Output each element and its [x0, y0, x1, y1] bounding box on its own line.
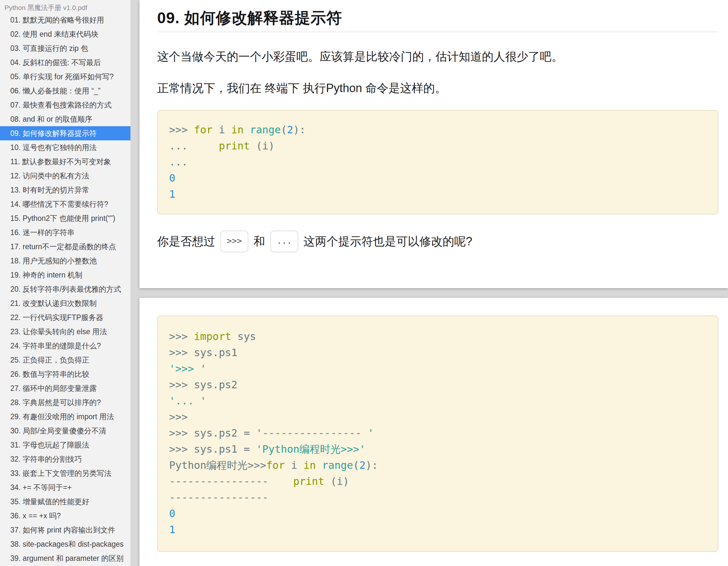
question-text-after: 这两个提示符也是可以修改的呢?: [303, 233, 472, 250]
code-line: '... ': [169, 393, 708, 409]
document-page-2: >>> import sys>>> sys.ps1'>>> '>>> sys.p…: [139, 298, 728, 566]
sidebar-item[interactable]: 16. 迷一样的字符串: [0, 226, 130, 240]
question-text-before: 你是否想过: [157, 233, 215, 250]
code-line: 1: [169, 186, 708, 202]
toc-list: 01. 默默无闻的省略号很好用02. 使用 end 来结束代码块03. 可直接运…: [0, 13, 130, 565]
code-line: Python编程时光>>>for i in range(2):: [169, 457, 708, 473]
sidebar-item[interactable]: 33. 嵌套上下文管理的另类写法: [0, 466, 130, 480]
sidebar-item[interactable]: 19. 神奇的 intern 机制: [0, 268, 130, 282]
sidebar-item[interactable]: 07. 最快查看包搜索路径的方式: [0, 98, 130, 112]
sidebar-item[interactable]: 32. 字符串的分割技巧: [0, 452, 130, 466]
sidebar-item[interactable]: 14. 哪些情况下不需要续行符?: [0, 197, 130, 211]
sidebar-item[interactable]: 15. Python2下 也能使用 print(“”): [0, 211, 130, 226]
code-line: ---------------- print (i): [169, 473, 708, 489]
code-line: ...: [169, 154, 708, 170]
sidebar-item[interactable]: 17. return不一定都是函数的终点: [0, 240, 130, 254]
inline-code-chip-ps1: >>>: [220, 231, 248, 253]
sidebar-item[interactable]: 37. 如何将 print 内容输出到文件: [0, 523, 130, 537]
sidebar-document-title: Python 黑魔法手册 v1.0.pdf: [0, 0, 130, 12]
sidebar-item[interactable]: 03. 可直接运行的 zip 包: [0, 41, 130, 55]
sidebar-item[interactable]: 05. 单行实现 for 死循环如何写?: [0, 70, 130, 84]
sidebar-item[interactable]: 02. 使用 end 来结束代码块: [0, 27, 130, 41]
code-block-modify-prompt: >>> import sys>>> sys.ps1'>>> '>>> sys.p…: [157, 315, 718, 552]
sidebar-item-selected[interactable]: 09. 如何修改解释器提示符: [0, 126, 130, 140]
question-text-middle: 和: [254, 233, 265, 250]
code-line: 1: [169, 522, 708, 538]
sidebar-item[interactable]: 22. 一行代码实现FTP服务器: [0, 310, 130, 324]
sidebar-item[interactable]: 38. site-packages和 dist-packages: [0, 537, 130, 551]
sidebar-item[interactable]: 36. x == +x 吗?: [0, 509, 130, 523]
code-line: >>> sys.ps1 = 'Python编程时光>>>': [169, 441, 708, 457]
sidebar-item[interactable]: 29. 有趣但没啥用的 import 用法: [0, 409, 130, 424]
sidebar-item[interactable]: 23. 让你晕头转向的 else 用法: [0, 324, 130, 339]
sidebar-item[interactable]: 39. argument 和 parameter 的区别: [0, 551, 130, 565]
sidebar-item[interactable]: 04. 反斜杠的倔强: 不写最后: [0, 55, 130, 70]
code-line: 0: [169, 170, 708, 186]
page-title: 09. 如何修改解释器提示符: [157, 0, 718, 32]
sidebar-item[interactable]: 20. 反转字符串/列表最优雅的方式: [0, 282, 130, 296]
code-line: >>> for i in range(2):: [169, 122, 708, 138]
sidebar-item[interactable]: 30. 局部/全局变量傻傻分不清: [0, 424, 130, 438]
code-block-repl-example: >>> for i in range(2):... print (i)...01: [157, 110, 718, 215]
code-line: ----------------: [169, 489, 708, 505]
sidebar-item[interactable]: 06. 懒人必备技能：使用 “_”: [0, 84, 130, 98]
sidebar-item[interactable]: 08. and 和 or 的取值顺序: [0, 112, 130, 126]
code-line: '>>> ': [169, 360, 708, 377]
document-page-1: 09. 如何修改解释器提示符 这个当做今天的一个小彩蛋吧。应该算是比较冷门的，估…: [139, 0, 728, 288]
sidebar-item[interactable]: 28. 字典居然是可以排序的?: [0, 395, 130, 409]
code-line: >>> sys.ps2: [169, 377, 708, 393]
sidebar-item[interactable]: 25. 正负得正，负负得正: [0, 353, 130, 367]
sidebar-item[interactable]: 18. 用户无感知的小整数池: [0, 254, 130, 268]
sidebar-item[interactable]: 12. 访问类中的私有方法: [0, 169, 130, 183]
paragraph-question: 你是否想过 >>> 和 ... 这两个提示符也是可以修改的呢?: [157, 231, 718, 253]
sidebar-item[interactable]: 24. 字符串里的缝隙是什么?: [0, 339, 130, 353]
code-line: >>> sys.ps1: [169, 344, 708, 360]
sidebar-item[interactable]: 10. 逗号也有它独特的用法: [0, 140, 130, 155]
sidebar-item[interactable]: 26. 数值与字符串的比较: [0, 367, 130, 381]
code-line: ... print (i): [169, 138, 708, 154]
code-line: 0: [169, 505, 708, 522]
sidebar-item[interactable]: 35. 增量赋值的性能更好: [0, 494, 130, 509]
sidebar-item[interactable]: 21. 改变默认递归次数限制: [0, 296, 130, 310]
sidebar-item[interactable]: 34. += 不等同于=+: [0, 480, 130, 494]
sidebar-item[interactable]: 31. 字母也玩起了障眼法: [0, 438, 130, 452]
code-line: >>> sys.ps2 = '---------------- ': [169, 425, 708, 441]
code-line: >>>: [169, 409, 708, 425]
sidebar-item[interactable]: 27. 循环中的局部变量泄露: [0, 381, 130, 395]
sidebar: Python 黑魔法手册 v1.0.pdf 01. 默默无闻的省略号很好用02.…: [0, 0, 130, 566]
code-line: >>> import sys: [169, 328, 708, 344]
sidebar-item[interactable]: 13. 时有时无的切片异常: [0, 183, 130, 197]
paragraph-intro: 这个当做今天的一个小彩蛋吧。应该算是比较冷门的，估计知道的人很少了吧。: [157, 50, 718, 64]
paragraph-normal-case: 正常情况下，我们在 终端下 执行Python 命令是这样的。: [157, 81, 718, 95]
inline-code-chip-ps2: ...: [270, 231, 298, 253]
sidebar-item[interactable]: 11. 默认参数最好不为可变对象: [0, 155, 130, 169]
sidebar-item[interactable]: 01. 默默无闻的省略号很好用: [0, 13, 130, 27]
